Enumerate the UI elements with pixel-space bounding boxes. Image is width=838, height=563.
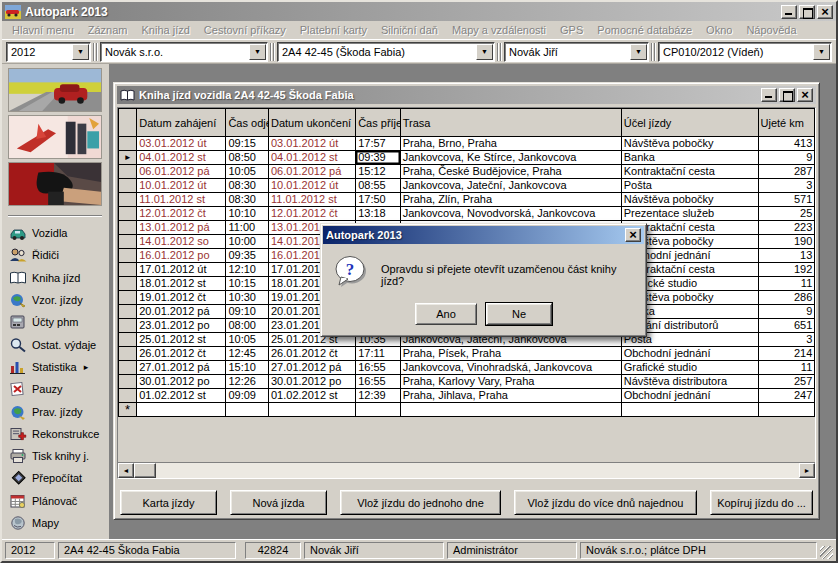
- no-button[interactable]: Ne: [486, 303, 552, 325]
- menu-item-1[interactable]: Záznam: [81, 22, 135, 38]
- row-marker-cell[interactable]: [119, 137, 137, 151]
- chevron-down-icon[interactable]: ▼: [630, 44, 647, 60]
- row-marker-cell[interactable]: [119, 249, 137, 263]
- row-marker-cell[interactable]: [119, 305, 137, 319]
- end-date-cell[interactable]: 06.01.2012 pá: [268, 165, 355, 179]
- logbook-minimize-button[interactable]: [761, 88, 777, 102]
- row-marker-cell[interactable]: [119, 165, 137, 179]
- combo-0[interactable]: 2012▼: [6, 42, 91, 62]
- purpose-cell[interactable]: Kontraktační cesta: [621, 165, 758, 179]
- arrival-time-cell[interactable]: 08:55: [356, 179, 401, 193]
- distance-cell[interactable]: 3: [758, 333, 815, 347]
- arrival-time-cell[interactable]: 15:12: [356, 165, 401, 179]
- menu-item-8[interactable]: Pomocné databáze: [590, 22, 699, 38]
- departure-time-cell[interactable]: 08:30: [226, 193, 269, 207]
- empty-cell[interactable]: [226, 403, 269, 417]
- row-marker-cell[interactable]: [119, 193, 137, 207]
- scrollbar-thumb[interactable]: [134, 463, 156, 478]
- menu-item-4[interactable]: Platební karty: [293, 22, 374, 38]
- departure-time-cell[interactable]: 10:10: [226, 207, 269, 221]
- chevron-down-icon[interactable]: ▼: [72, 44, 89, 60]
- distance-cell[interactable]: 25: [758, 207, 815, 221]
- table-row[interactable]: 26.01.2012 čt12:4526.01.2012 čt17:11Prah…: [119, 347, 817, 361]
- purpose-cell[interactable]: Obchodní jednání: [621, 347, 758, 361]
- arrival-time-cell[interactable]: 12:39: [356, 389, 401, 403]
- distance-cell[interactable]: 413: [758, 137, 815, 151]
- start-date-cell[interactable]: 25.01.2012 st: [137, 333, 226, 347]
- table-row[interactable]: ►04.01.2012 st08:5004.01.2012 st09:39Jan…: [119, 151, 817, 165]
- distance-cell[interactable]: 190: [758, 235, 815, 249]
- distance-cell[interactable]: 9: [758, 151, 815, 165]
- combo-4[interactable]: CP010/2012 (Vídeň)▼: [658, 42, 832, 62]
- sidebar-item-pl-nova-[interactable]: Plánovač: [8, 490, 104, 512]
- purpose-cell[interactable]: Grafické studio: [621, 361, 758, 375]
- route-cell[interactable]: Praha, Jihlava, Praha: [400, 389, 621, 403]
- departure-time-cell[interactable]: 09:15: [226, 137, 269, 151]
- start-date-cell[interactable]: 03.01.2012 út: [137, 137, 226, 151]
- route-cell[interactable]: Jankovcova, Jateční, Jankovcova: [400, 179, 621, 193]
- column-header-5[interactable]: Trasa: [400, 109, 621, 137]
- row-marker-cell[interactable]: [119, 263, 137, 277]
- start-date-cell[interactable]: 06.01.2012 pá: [137, 165, 226, 179]
- departure-time-cell[interactable]: 11:00: [226, 221, 269, 235]
- combo-3[interactable]: Novák Jiří▼: [504, 42, 649, 62]
- table-row[interactable]: 03.01.2012 út09:1503.01.2012 út17:57Prah…: [119, 137, 817, 151]
- start-date-cell[interactable]: 23.01.2012 po: [137, 319, 226, 333]
- distance-cell[interactable]: 192: [758, 263, 815, 277]
- departure-time-cell[interactable]: 10:30: [226, 291, 269, 305]
- sidebar-item-p-epo-tat[interactable]: Přepočítat: [8, 467, 104, 489]
- row-marker-cell[interactable]: [119, 207, 137, 221]
- end-date-cell[interactable]: 11.01.2012 st: [268, 193, 355, 207]
- purpose-cell[interactable]: Návštěva pobočky: [621, 193, 758, 207]
- sidebar-item--idi-i[interactable]: Řidiči: [8, 244, 104, 266]
- table-row[interactable]: 11.01.2012 st08:3011.01.2012 st17:50Prah…: [119, 193, 817, 207]
- column-header-1[interactable]: Datum zahájení: [137, 109, 226, 137]
- distance-cell[interactable]: 13: [758, 249, 815, 263]
- row-marker-cell[interactable]: ►: [119, 151, 137, 165]
- logbook-maximize-button[interactable]: [779, 88, 795, 102]
- dialog-titlebar[interactable]: Autopark 2013: [323, 226, 644, 244]
- table-row[interactable]: 12.01.2012 čt10:1012.01.2012 čt13:18Jank…: [119, 207, 817, 221]
- row-marker-cell[interactable]: [119, 277, 137, 291]
- end-date-cell[interactable]: 12.01.2012 čt: [268, 207, 355, 221]
- sidebar-item-vozidla[interactable]: Vozidla: [8, 222, 104, 244]
- table-row[interactable]: 10.01.2012 út08:3010.01.2012 út08:55Jank…: [119, 179, 817, 193]
- departure-time-cell[interactable]: 12:10: [226, 263, 269, 277]
- menu-item-6[interactable]: Mapy a vzdálenosti: [445, 22, 553, 38]
- yes-button[interactable]: Ano: [415, 303, 477, 325]
- route-cell[interactable]: Jankovcova, Vinohradská, Jankovcova: [400, 361, 621, 375]
- start-date-cell[interactable]: 30.01.2012 po: [137, 375, 226, 389]
- sidebar-item-ostat-v-daje[interactable]: Ostat. výdaje: [8, 333, 104, 355]
- route-cell[interactable]: Praha, Karlovy Vary, Praha: [400, 375, 621, 389]
- start-date-cell[interactable]: 27.01.2012 pá: [137, 361, 226, 375]
- logbook-button-0[interactable]: Karta jízdy: [120, 490, 217, 515]
- sidebar-item-prav-j-zdy[interactable]: Prav. jízdy: [8, 400, 104, 422]
- empty-cell[interactable]: [400, 403, 621, 417]
- start-date-cell[interactable]: 18.01.2012 st: [137, 277, 226, 291]
- end-date-cell[interactable]: 10.01.2012 út: [268, 179, 355, 193]
- arrival-time-cell[interactable]: 17:57: [356, 137, 401, 151]
- distance-cell[interactable]: 223: [758, 221, 815, 235]
- departure-time-cell[interactable]: 12:45: [226, 347, 269, 361]
- column-header-6[interactable]: Účel jízdy: [621, 109, 758, 137]
- arrival-time-cell[interactable]: 16:55: [356, 361, 401, 375]
- departure-time-cell[interactable]: 08:30: [226, 179, 269, 193]
- purpose-cell[interactable]: Návštěva pobočky: [621, 137, 758, 151]
- empty-cell[interactable]: [356, 403, 401, 417]
- start-date-cell[interactable]: 11.01.2012 st: [137, 193, 226, 207]
- column-header-0[interactable]: [119, 109, 137, 137]
- purpose-cell[interactable]: Návštěva distributora: [621, 375, 758, 389]
- logbook-button-2[interactable]: Vlož jízdu do jednoho dne: [340, 490, 501, 515]
- empty-cell[interactable]: [268, 403, 355, 417]
- row-marker-cell[interactable]: [119, 375, 137, 389]
- empty-cell[interactable]: [137, 403, 226, 417]
- arrival-time-cell[interactable]: 16:55: [356, 375, 401, 389]
- distance-cell[interactable]: 214: [758, 347, 815, 361]
- distance-cell[interactable]: 247: [758, 389, 815, 403]
- departure-time-cell[interactable]: 08:00: [226, 319, 269, 333]
- arrival-time-cell[interactable]: 13:18: [356, 207, 401, 221]
- column-header-7[interactable]: Ujeté km: [758, 109, 815, 137]
- departure-time-cell[interactable]: 10:00: [226, 235, 269, 249]
- menu-item-5[interactable]: Silniční daň: [374, 22, 445, 38]
- dialog-close-button[interactable]: [625, 228, 641, 242]
